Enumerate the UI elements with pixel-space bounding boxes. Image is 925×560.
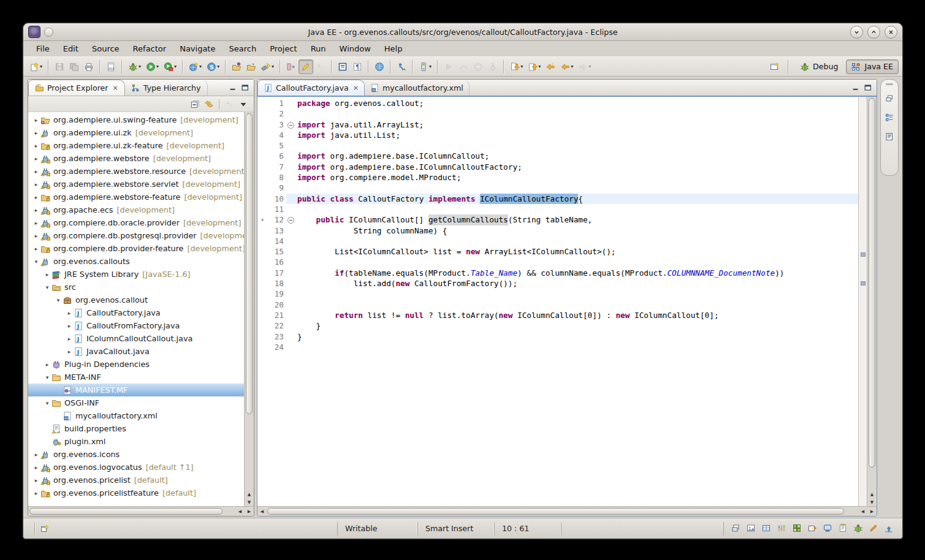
tree-item-org-adempiere-ui-zk[interactable]: ▸org.adempiere.ui.zk[development] <box>28 126 245 139</box>
menu-edit[interactable]: Edit <box>56 43 85 55</box>
back-button[interactable]: ▾ <box>558 59 576 74</box>
tree-item-osgi-inf[interactable]: ▾OSGI-INF <box>28 396 245 409</box>
tree-item-org-compiere-db-provider-feature[interactable]: ▸org.compiere.db.provider-feature[develo… <box>28 242 245 255</box>
dropdown-arrow-icon[interactable]: ▾ <box>156 64 159 69</box>
tree-item-jre-system-library[interactable]: ▸JRE System Library[JavaSE-1.6] <box>28 268 245 281</box>
scroll-up-icon[interactable]: ▲ <box>867 490 877 498</box>
image-view-tray-button[interactable] <box>745 523 757 534</box>
collapse-arrow-icon[interactable]: ▾ <box>43 400 51 406</box>
code-editor[interactable]: 1package org.evenos.callout;23import jav… <box>257 97 858 506</box>
tree-horizontal-scrollbar[interactable]: ◀ ▶ <box>28 506 254 516</box>
maximize-editor-button[interactable] <box>863 83 873 93</box>
dropdown-arrow-icon[interactable]: ▾ <box>429 64 432 69</box>
menu-navigate[interactable]: Navigate <box>173 43 222 55</box>
overview-ruler[interactable] <box>858 97 867 506</box>
last-edit-location-button[interactable] <box>543 59 558 74</box>
tree-item-mycalloutfactory-xml[interactable]: mycalloutfactory.xml <box>28 409 245 422</box>
tree-item-plugin-xml[interactable]: plugin.xml <box>28 435 245 448</box>
occurrences-button[interactable] <box>313 59 328 74</box>
fold-column[interactable] <box>286 119 295 130</box>
scroll-down-icon[interactable]: ▼ <box>867 498 877 506</box>
dropdown-arrow-icon[interactable]: ▾ <box>538 64 541 69</box>
expand-arrow-icon[interactable]: ▸ <box>43 361 51 368</box>
save-button[interactable] <box>52 59 67 74</box>
scroll-left-icon[interactable]: ◀ <box>858 507 867 515</box>
perspective-debug[interactable]: Debug <box>794 59 843 74</box>
tree-item-org-evenos-callouts[interactable]: ▾org.evenos.callouts <box>28 255 245 268</box>
open-perspective-button[interactable] <box>767 59 782 74</box>
menu-window[interactable]: Window <box>333 43 378 55</box>
expand-arrow-icon[interactable]: ▸ <box>32 194 40 200</box>
editor-tab-calloutfactory-java[interactable]: JCalloutFactory.java× <box>257 80 365 96</box>
expand-arrow-icon[interactable]: ▸ <box>32 477 40 483</box>
step-over-button[interactable] <box>456 59 471 74</box>
drag-handle[interactable] <box>886 83 893 85</box>
editor-vertical-scrollbar[interactable]: ▲ ▼ <box>867 97 877 506</box>
dropdown-arrow-icon[interactable]: ▾ <box>588 64 591 69</box>
tree-item-org-compiere-db-oracle-provider[interactable]: ▸org.compiere.db.oracle.provider[develop… <box>28 216 245 229</box>
minimized-console-view-button[interactable] <box>884 131 895 142</box>
suspend-button[interactable] <box>471 59 485 74</box>
run-button[interactable]: ▾ <box>143 59 161 74</box>
tree-item-meta-inf[interactable]: ▾META-INF <box>28 371 245 384</box>
scroll-up-icon[interactable]: ▲ <box>245 490 254 498</box>
collapse-arrow-icon[interactable]: ▾ <box>32 259 40 265</box>
restore-view-tray-button[interactable] <box>730 523 742 534</box>
tree-item-org-adempiere-webstore[interactable]: ▸org.adempiere.webstore[development] <box>28 152 245 165</box>
dropdown-arrow-icon[interactable]: ▾ <box>272 64 274 69</box>
tree-item-calloutfactory-java[interactable]: ▸JCalloutFactory.java <box>28 306 245 319</box>
expand-arrow-icon[interactable]: ▸ <box>32 156 40 162</box>
tree-item-org-evenos-callout[interactable]: ▾org.evenos.callout <box>28 293 245 306</box>
open-web-browser-button[interactable] <box>372 59 387 74</box>
export-button[interactable] <box>244 59 259 74</box>
expand-arrow-icon[interactable]: ▸ <box>32 246 40 252</box>
dropdown-arrow-icon[interactable]: ▾ <box>217 64 219 69</box>
brush-view-tray-button[interactable] <box>868 523 880 534</box>
expand-arrow-icon[interactable]: ▸ <box>65 349 74 355</box>
expand-arrow-icon[interactable]: ▸ <box>32 233 40 239</box>
tree-item-icolumncalloutcallout-java[interactable]: ▸JIColumnCalloutCallout.java <box>28 332 245 345</box>
view-tab-project-explorer[interactable]: Project Explorer× <box>28 80 125 96</box>
new-web-service-button[interactable]: ▾ <box>186 59 204 74</box>
search-button[interactable]: ▾ <box>259 59 276 74</box>
scroll-left-icon[interactable]: ◀ <box>235 507 245 515</box>
tree-vertical-scrollbar[interactable]: ▲ ▼ <box>244 112 254 506</box>
tree-item-org-adempiere-ui-zk-feature[interactable]: ▸org.adempiere.ui.zk-feature[development… <box>28 139 245 152</box>
perspective-java-ee[interactable]: Java EE <box>846 59 899 74</box>
close-button[interactable] <box>885 26 897 39</box>
tree-item-plug-in-dependencies[interactable]: ▸Plug-in Dependencies <box>28 358 245 371</box>
expand-arrow-icon[interactable]: ▸ <box>43 271 51 278</box>
tree-item-calloutfromfactory-java[interactable]: ▸JCalloutFromFactory.java <box>28 319 245 332</box>
run-external-button[interactable]: ▾ <box>161 59 179 74</box>
external-tools-button[interactable] <box>394 59 409 74</box>
dropdown-arrow-icon[interactable]: ▾ <box>571 64 573 69</box>
link-with-editor-button[interactable] <box>204 99 215 110</box>
dropdown-arrow-icon[interactable]: ▾ <box>40 64 42 69</box>
menu-run[interactable]: Run <box>304 43 333 55</box>
minimize-button[interactable] <box>850 26 863 39</box>
dropdown-arrow-icon[interactable]: ▾ <box>520 64 523 69</box>
collapse-arrow-icon[interactable]: ▾ <box>54 297 63 303</box>
tree-item-src[interactable]: ▾src <box>28 281 245 293</box>
maximize-view-button[interactable] <box>240 83 250 93</box>
toggle-mark-occurrences-button[interactable] <box>299 59 313 74</box>
print-button[interactable] <box>82 59 96 74</box>
monitor-view-tray-button[interactable] <box>822 523 834 534</box>
close-icon[interactable]: × <box>113 84 118 92</box>
close-icon[interactable]: × <box>353 84 359 92</box>
expand-arrow-icon[interactable]: ▸ <box>32 143 40 149</box>
web-service-button[interactable]: S▾ <box>204 59 222 74</box>
fold-column[interactable] <box>286 214 295 225</box>
expand-arrow-icon[interactable]: ▸ <box>32 117 40 123</box>
scroll-right-icon[interactable]: ▶ <box>245 507 254 515</box>
tree-item-org-adempiere-ui-swing-feature[interactable]: ▸org.adempiere.ui.swing-feature[developm… <box>28 113 245 126</box>
restore-minimized-view-button[interactable] <box>884 93 895 104</box>
scroll-left-icon[interactable]: ◀ <box>257 507 267 515</box>
import-button[interactable] <box>229 59 244 74</box>
tree-item-org-evenos-pricelistfeature[interactable]: ▸org.evenos.pricelistfeature[default] <box>28 486 245 499</box>
expand-arrow-icon[interactable]: ▸ <box>32 130 40 136</box>
expand-arrow-icon[interactable]: ▸ <box>65 310 74 316</box>
tree-item-org-evenos-pricelist[interactable]: ▸org.evenos.pricelist[default] <box>28 474 245 486</box>
expand-arrow-icon[interactable]: ▸ <box>32 490 40 496</box>
export-view-tray-button[interactable] <box>807 523 818 534</box>
